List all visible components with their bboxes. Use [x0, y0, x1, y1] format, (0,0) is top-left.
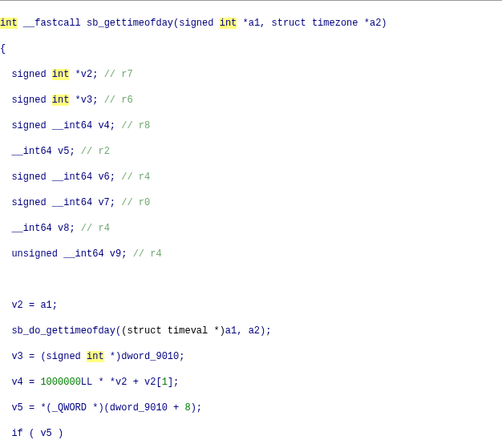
- stmt: v3 = (signed int *)dword_9010;: [0, 350, 502, 363]
- signature-line: int __fastcall sb_gettimeofday(signed in…: [0, 17, 502, 30]
- if: if ( v5 ): [0, 427, 502, 440]
- stmt: v4 = 1000000LL * *v2 + v2[1];: [0, 376, 502, 389]
- kw-int: int: [0, 18, 18, 29]
- stmt: sb_do_gettimeofday((struct timeval *)a1,…: [0, 325, 502, 337]
- decl: signed int *v2; // r7: [0, 68, 502, 81]
- decl: unsigned __int64 v9; // r4: [0, 248, 502, 260]
- code-viewer: int __fastcall sb_gettimeofday(signed in…: [0, 0, 502, 448]
- stmt: v2 = a1;: [0, 299, 502, 312]
- decl: signed int *v3; // r6: [0, 94, 502, 107]
- stmt: v5 = *(_QWORD *)(dword_9010 + 8);: [0, 402, 502, 414]
- blank: [0, 273, 502, 286]
- decl: __int64 v5; // r2: [0, 145, 502, 158]
- decl: signed __int64 v7; // r0: [0, 196, 502, 209]
- decl: signed __int64 v4; // r8: [0, 119, 502, 132]
- decl: __int64 v8; // r4: [0, 222, 502, 235]
- decl: signed __int64 v6; // r4: [0, 171, 502, 184]
- brace: {: [0, 42, 502, 55]
